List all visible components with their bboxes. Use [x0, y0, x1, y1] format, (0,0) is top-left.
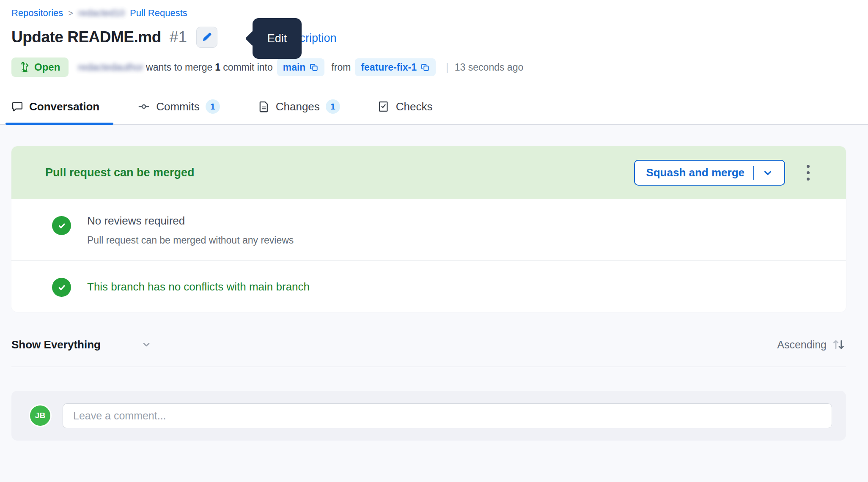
avatar: JB [30, 405, 50, 426]
chevron-down-icon [141, 340, 151, 350]
tab-checks[interactable]: Checks [378, 94, 433, 119]
tab-conversation[interactable]: Conversation [11, 94, 99, 119]
pr-tabs: Conversation Commits 1 Changes 1 [11, 94, 433, 119]
pr-title: Update README.md [11, 28, 161, 46]
tab-commits[interactable]: Commits 1 [137, 94, 220, 119]
base-branch-pill[interactable]: main [277, 58, 325, 76]
comment-input[interactable] [63, 403, 832, 428]
check-title: This branch has no conflicts with main b… [87, 276, 310, 298]
breadcrumb-pull-requests-link[interactable]: Pull Requests [130, 8, 187, 19]
author-name-redacted: redactedauthor [78, 62, 143, 73]
pr-number: #1 [170, 28, 187, 46]
page-header: Repositories > redacted10 Pull Requests … [0, 0, 868, 126]
status-badge: Open [11, 58, 69, 77]
copy-icon[interactable] [421, 63, 430, 72]
pull-request-page: Repositories > redacted10 Pull Requests … [0, 0, 868, 482]
title-row: Update README.md #1 [11, 27, 217, 48]
check-subtitle: Pull request can be merged without any r… [87, 235, 294, 246]
squash-and-merge-button[interactable]: Squash and merge [634, 160, 785, 186]
breadcrumb: Repositories > redacted10 Pull Requests [11, 8, 187, 19]
active-tab-underline [5, 123, 113, 125]
merge-button-separator [753, 166, 754, 180]
base-branch-label: main [283, 62, 306, 73]
commit-count: 1 [215, 62, 220, 73]
tab-conversation-label: Conversation [29, 100, 99, 113]
tab-changes[interactable]: Changes 1 [258, 94, 340, 119]
pencil-icon [201, 32, 212, 43]
filter-label: Show Everything [11, 338, 101, 351]
checklist-icon [378, 101, 390, 112]
check-title: No reviews required [87, 214, 294, 227]
comment-composer: JB [11, 391, 846, 441]
meta-action-text-1: wants to merge [146, 62, 212, 73]
pr-meta-row: Open redactedauthor wants to merge 1 com… [11, 58, 523, 77]
check-row-conflicts: This branch has no conflicts with main b… [11, 260, 846, 312]
status-label: Open [34, 61, 60, 73]
merge-banner-title: Pull request can be merged [45, 166, 634, 179]
tooltip-arrow [245, 31, 261, 47]
head-branch-label: feature-fix-1 [361, 62, 417, 73]
conversation-icon [11, 101, 23, 112]
check-circle-icon [52, 216, 71, 235]
commit-icon [137, 100, 150, 113]
sort-label: Ascending [777, 339, 827, 351]
tab-changes-count-badge: 1 [326, 99, 340, 114]
merge-status-card: Pull request can be merged Squash and me… [11, 146, 846, 312]
copy-icon[interactable] [310, 63, 319, 72]
main-content: Pull request can be merged Squash and me… [0, 125, 868, 482]
chevron-down-icon[interactable] [762, 167, 773, 178]
squash-and-merge-label: Squash and merge [646, 166, 744, 179]
sort-arrows-icon [831, 338, 846, 351]
breadcrumb-repositories-link[interactable]: Repositories [11, 8, 63, 19]
breadcrumb-repo-link-redacted[interactable]: redacted10 [78, 8, 125, 19]
tab-commits-label: Commits [156, 100, 200, 113]
from-label: from [331, 62, 351, 73]
breadcrumb-separator: > [68, 8, 73, 18]
activity-bar: Show Everything Ascending [11, 334, 846, 355]
tab-commits-count-badge: 1 [206, 99, 220, 114]
head-branch-pill[interactable]: feature-fix-1 [355, 58, 436, 76]
file-diff-icon [258, 101, 270, 112]
check-row-reviews: No reviews required Pull request can be … [11, 199, 846, 260]
show-everything-dropdown[interactable]: Show Everything [11, 338, 151, 351]
tab-changes-label: Changes [276, 100, 320, 113]
meta-divider: | [446, 61, 449, 74]
merge-options-kebab-menu[interactable] [799, 160, 816, 186]
edit-title-button[interactable] [196, 27, 217, 48]
tooltip-label: Edit [267, 32, 287, 45]
meta-action-text-2: commit into [223, 62, 273, 73]
activity-divider [11, 367, 846, 367]
time-ago: 13 seconds ago [455, 62, 523, 73]
pull-request-icon [20, 62, 30, 72]
check-circle-icon [52, 278, 71, 297]
tab-checks-label: Checks [396, 100, 433, 113]
merge-banner: Pull request can be merged Squash and me… [11, 146, 846, 199]
sort-toggle[interactable]: Ascending [777, 338, 846, 351]
edit-tooltip: Edit [253, 18, 302, 59]
